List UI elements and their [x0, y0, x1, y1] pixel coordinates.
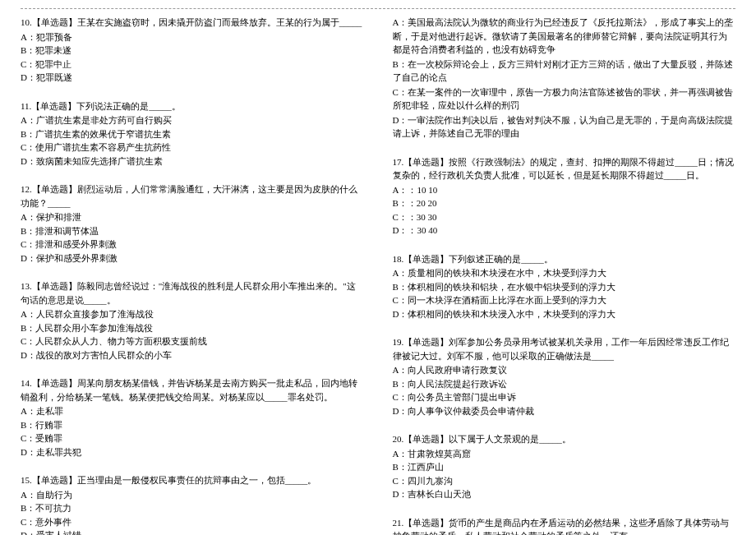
question-15-option-c: C：意外事件 [21, 515, 364, 529]
question-14-title: 14.【单选题】周某向朋友杨某借钱，并告诉杨某是去南方购买一批走私品，回内地转销… [21, 376, 364, 404]
question-11-option-a: A：广谱抗生素是非处方药可自行购买 [21, 113, 364, 127]
question-11-title: 11.【单选题】下列说法正确的是_____。 [21, 99, 364, 113]
question-12-option-a: A：保护和排泄 [21, 210, 364, 224]
question-11-option-c: C：使用广谱抗生素不容易产生抗药性 [21, 141, 364, 155]
question-20-option-c: C：四川九寨沟 [393, 474, 736, 488]
question-17-option-c: C：：30 30 [393, 210, 736, 224]
question-18-option-b: B：体积相同的铁块和铝块，在水银中铝块受到的浮力大 [393, 280, 736, 294]
question-16-option-c: C：在某一案件的一次审理中，原告一方极力向法官陈述被告的罪状，并一再强调被告所犯… [393, 85, 736, 113]
question-13-option-b: B：人民群众用小车参加淮海战役 [21, 321, 364, 335]
question-10-option-a: A：犯罪预备 [21, 30, 364, 44]
question-18-option-d: D：体积相同的铁块和木块浸入水中，木块受到的浮力大 [393, 307, 736, 321]
question-13-option-d: D：战役的敌对方害怕人民群众的小车 [21, 348, 364, 362]
question-19-option-b: B：向人民法院提起行政诉讼 [393, 377, 736, 391]
question-13: 13.【单选题】陈毅同志曾经说过："淮海战役的胜利是人民群众用小车推出来的。"这… [21, 279, 364, 362]
question-18: 18.【单选题】下列叙述正确的是_____。 A：质量相同的铁块和木块浸在水中，… [393, 252, 736, 321]
question-20: 20.【单选题】以下属于人文景观的是_____。 A：甘肃敦煌莫高窟 B：江西庐… [393, 432, 736, 501]
question-15: 15.【单选题】正当理由是一般侵权民事责任的抗辩事由之一，包括_____。 A：… [21, 473, 364, 535]
question-19-title: 19.【单选题】刘军参加公务员录用考试被某机关录用，工作一年后因经常违反工作纪律… [393, 335, 736, 362]
question-16-option-a: A：美国最高法院认为微软的商业行为已经违反了《反托拉斯法》，形成了事实上的垄断，… [393, 16, 736, 57]
question-13-title: 13.【单选题】陈毅同志曾经说过："淮海战役的胜利是人民群众用小车推出来的。"这… [21, 279, 364, 307]
question-10-title: 10.【单选题】王某在实施盗窃时，因未撬开防盗门而最终放弃。王某的行为属于___… [21, 16, 364, 30]
question-12-option-b: B：排泄和调节体温 [21, 224, 364, 238]
question-17: 17.【单选题】按照《行政强制法》的规定，查封、扣押的期限不得超过_____日；… [393, 155, 736, 238]
question-20-option-b: B：江西庐山 [393, 460, 736, 474]
question-17-option-b: B：：20 20 [393, 196, 736, 210]
question-14-option-c: C：受贿罪 [21, 431, 364, 445]
question-14: 14.【单选题】周某向朋友杨某借钱，并告诉杨某是去南方购买一批走私品，回内地转销… [21, 376, 364, 459]
columns-container: 10.【单选题】王某在实施盗窃时，因未撬开防盗门而最终放弃。王某的行为属于___… [21, 16, 735, 535]
question-11-option-d: D：致病菌未知应先选择广谱抗生素 [21, 155, 364, 168]
question-15-title: 15.【单选题】正当理由是一般侵权民事责任的抗辩事由之一，包括_____。 [21, 473, 364, 487]
right-column: A：美国最高法院认为微软的商业行为已经违反了《反托拉斯法》，形成了事实上的垄断，… [393, 16, 736, 535]
question-11: 11.【单选题】下列说法正确的是_____。 A：广谱抗生素是非处方药可自行购买… [21, 99, 364, 168]
left-column: 10.【单选题】王某在实施盗窃时，因未撬开防盗门而最终放弃。王某的行为属于___… [21, 16, 364, 535]
question-10-option-d: D：犯罪既遂 [21, 71, 364, 85]
question-16-option-b: B：在一次校际辩论会上，反方三辩针对刚才正方三辩的话，做出了大量反驳，并陈述了自… [393, 58, 736, 85]
question-12-option-d: D：保护和感受外界刺激 [21, 251, 364, 265]
question-18-option-c: C：同一木块浮在酒精面上比浮在水面上受到的浮力大 [393, 293, 736, 307]
question-19-option-d: D：向人事争议仲裁委员会申请仲裁 [393, 404, 736, 418]
question-14-option-a: A：走私罪 [21, 404, 364, 418]
question-16-continuation: A：美国最高法院认为微软的商业行为已经违反了《反托拉斯法》，形成了事实上的垄断，… [393, 16, 736, 141]
question-12-option-c: C：排泄和感受外界刺激 [21, 238, 364, 251]
question-19: 19.【单选题】刘军参加公务员录用考试被某机关录用，工作一年后因经常违反工作纪律… [393, 335, 736, 417]
question-13-option-c: C：人民群众从人力、物力等方面积极支援前线 [21, 334, 364, 348]
question-20-option-d: D：吉林长白山天池 [393, 487, 736, 501]
question-10-option-b: B：犯罪未遂 [21, 44, 364, 58]
question-14-option-b: B：行贿罪 [21, 418, 364, 432]
question-13-option-a: A：人民群众直接参加了淮海战役 [21, 307, 364, 321]
question-21-title: 21.【单选题】货币的产生是商品内在矛盾运动的必然结果，这些矛盾除了具体劳动与抽… [393, 516, 736, 536]
question-20-title: 20.【单选题】以下属于人文景观的是_____。 [393, 432, 736, 446]
question-12-title: 12.【单选题】剧烈运动后，人们常常满脸通红，大汗淋漓，这主要是因为皮肤的什么功… [21, 182, 364, 210]
question-14-option-d: D：走私罪共犯 [21, 445, 364, 459]
question-17-option-a: A：：10 10 [393, 183, 736, 197]
question-20-option-a: A：甘肃敦煌莫高窟 [393, 447, 736, 461]
question-19-option-a: A：向人民政府申请行政复议 [393, 363, 736, 377]
question-10: 10.【单选题】王某在实施盗窃时，因未撬开防盗门而最终放弃。王某的行为属于___… [21, 16, 364, 85]
question-12: 12.【单选题】剧烈运动后，人们常常满脸通红，大汗淋漓，这主要是因为皮肤的什么功… [21, 182, 364, 265]
question-18-option-a: A：质量相同的铁块和木块浸在水中，木块受到浮力大 [393, 266, 736, 280]
question-11-option-b: B：广谱抗生素的效果优于窄谱抗生素 [21, 127, 364, 141]
question-15-option-b: B：不可抗力 [21, 501, 364, 515]
question-10-option-c: C：犯罪中止 [21, 58, 364, 71]
question-16-option-d: D：一审法院作出判决以后，被告对判决不服，认为自己是无罪的，于是向高级法院提请上… [393, 113, 736, 141]
header-divider [21, 8, 735, 9]
question-18-title: 18.【单选题】下列叙述正确的是_____。 [393, 252, 736, 266]
question-21: 21.【单选题】货币的产生是商品内在矛盾运动的必然结果，这些矛盾除了具体劳动与抽… [393, 516, 736, 536]
question-17-option-d: D：：30 40 [393, 224, 736, 238]
question-15-option-d: D：受害人过错 [21, 528, 364, 535]
question-15-option-a: A：自助行为 [21, 488, 364, 502]
question-19-option-c: C：向公务员主管部门提出申诉 [393, 390, 736, 404]
question-17-title: 17.【单选题】按照《行政强制法》的规定，查封、扣押的期限不得超过_____日；… [393, 155, 736, 182]
